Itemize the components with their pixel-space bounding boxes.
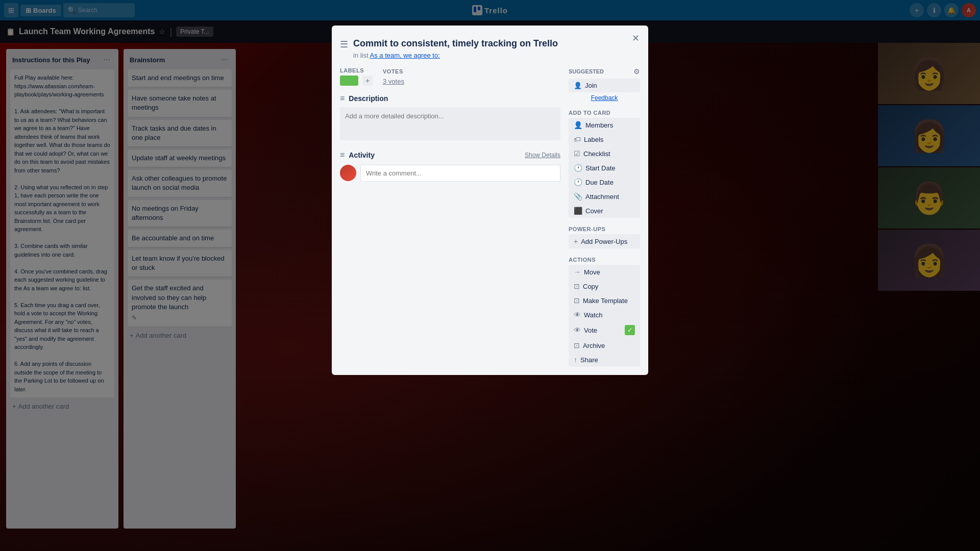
current-user-avatar xyxy=(340,165,356,181)
list-name-link[interactable]: As a team, we agree to: xyxy=(370,52,440,59)
start-date-button[interactable]: 🕐 Start Date xyxy=(569,161,640,175)
move-icon: → xyxy=(574,268,581,276)
member-icon: 👤 xyxy=(574,121,582,129)
feedback-link[interactable]: Feedback xyxy=(569,94,640,102)
cover-icon: ⬛ xyxy=(574,207,582,215)
add-label-button[interactable]: + xyxy=(362,76,373,86)
add-power-ups-button[interactable]: + Add Power-Ups xyxy=(569,234,640,248)
copy-icon: ⊡ xyxy=(574,282,580,290)
votes-section: VOTES 3 votes xyxy=(383,68,404,86)
tag-icon: 🏷 xyxy=(574,135,581,143)
labels-votes-row: LABELS + VOTES 3 votes xyxy=(340,67,560,86)
actions-section: ACTIONS → Move ⊡ Copy ⊡ Make Template xyxy=(569,253,640,367)
actions-label: ACTIONS xyxy=(569,257,640,263)
eye-icon: 👁 xyxy=(574,311,581,319)
vote-icon: 👁 xyxy=(574,326,581,334)
comment-input[interactable] xyxy=(360,165,560,182)
modal-sidebar: SUGGESTED ⚙ 👤 Join Feedback ADD TO CARD … xyxy=(569,67,640,367)
activity-title: Activity xyxy=(349,151,375,159)
votes-count[interactable]: 3 votes xyxy=(383,78,404,85)
show-details-button[interactable]: Show Details xyxy=(525,152,560,159)
attachment-button[interactable]: 📎 Attachment xyxy=(569,189,640,204)
move-button[interactable]: → Move xyxy=(569,265,640,279)
activity-icon: ≡ xyxy=(340,151,345,160)
attachment-icon: 📎 xyxy=(574,192,582,201)
template-icon: ⊡ xyxy=(574,296,580,305)
modal-header: ☰ Commit to consistent, timely tracking … xyxy=(340,38,640,59)
archive-button[interactable]: ⊡ Archive xyxy=(569,338,640,353)
power-ups-label: POWER-UPS xyxy=(569,226,640,232)
checklist-button[interactable]: ☑ Checklist xyxy=(569,146,640,161)
share-icon: ↑ xyxy=(574,356,577,364)
due-date-button[interactable]: 🕐 Due Date xyxy=(569,175,640,189)
labels-button[interactable]: 🏷 Labels xyxy=(569,132,640,146)
plus-icon: + xyxy=(574,237,578,245)
members-button[interactable]: 👤 Members xyxy=(569,118,640,132)
activity-section: ≡ Activity Show Details xyxy=(340,151,560,182)
person-icon: 👤 xyxy=(574,82,582,89)
archive-icon: ⊡ xyxy=(574,341,580,349)
clock-icon: 🕐 xyxy=(574,164,582,172)
vote-button[interactable]: 👁 Vote ✓ xyxy=(569,322,640,338)
activity-input-row xyxy=(340,165,560,182)
suggested-settings-icon[interactable]: ⚙ xyxy=(633,67,640,76)
watch-button[interactable]: 👁 Watch xyxy=(569,308,640,322)
labels-section: LABELS + xyxy=(340,67,373,86)
description-input[interactable] xyxy=(340,107,560,140)
modal-main: LABELS + VOTES 3 votes ≡ xyxy=(340,67,560,367)
join-button[interactable]: 👤 Join xyxy=(569,79,640,92)
modal-close-button[interactable]: ✕ xyxy=(628,31,643,46)
modal-subtitle: in list As a team, we agree to: xyxy=(353,52,558,59)
labels-label: LABELS xyxy=(340,67,373,73)
vote-check-icon: ✓ xyxy=(625,325,635,335)
description-section: ≡ Description xyxy=(340,94,560,142)
card-icon: ☰ xyxy=(340,39,348,59)
description-icon: ≡ xyxy=(340,94,345,103)
power-ups-section: POWER-UPS + Add Power-Ups xyxy=(569,222,640,248)
votes-label: VOTES xyxy=(383,68,404,74)
share-button[interactable]: ↑ Share xyxy=(569,353,640,367)
add-to-card-label: ADD TO CARD xyxy=(569,110,640,116)
suggested-section: SUGGESTED ⚙ 👤 Join Feedback xyxy=(569,67,640,102)
add-to-card-section: ADD TO CARD 👤 Members 🏷 Labels ☑ Check xyxy=(569,106,640,218)
card-modal: ✕ ☰ Commit to consistent, timely trackin… xyxy=(332,26,648,375)
activity-header: ≡ Activity Show Details xyxy=(340,151,560,160)
description-title: Description xyxy=(349,94,388,103)
green-label-tag[interactable] xyxy=(340,76,358,86)
modal-title: Commit to consistent, timely tracking on… xyxy=(353,38,558,49)
description-header: ≡ Description xyxy=(340,94,560,103)
cover-button[interactable]: ⬛ Cover xyxy=(569,204,640,218)
make-template-button[interactable]: ⊡ Make Template xyxy=(569,293,640,308)
modal-body: LABELS + VOTES 3 votes ≡ xyxy=(340,67,640,367)
checklist-icon: ☑ xyxy=(574,149,580,158)
copy-button[interactable]: ⊡ Copy xyxy=(569,279,640,293)
calendar-icon: 🕐 xyxy=(574,178,582,186)
suggested-label: SUGGESTED xyxy=(569,68,604,74)
modal-overlay[interactable]: ✕ ☰ Commit to consistent, timely trackin… xyxy=(0,0,980,551)
